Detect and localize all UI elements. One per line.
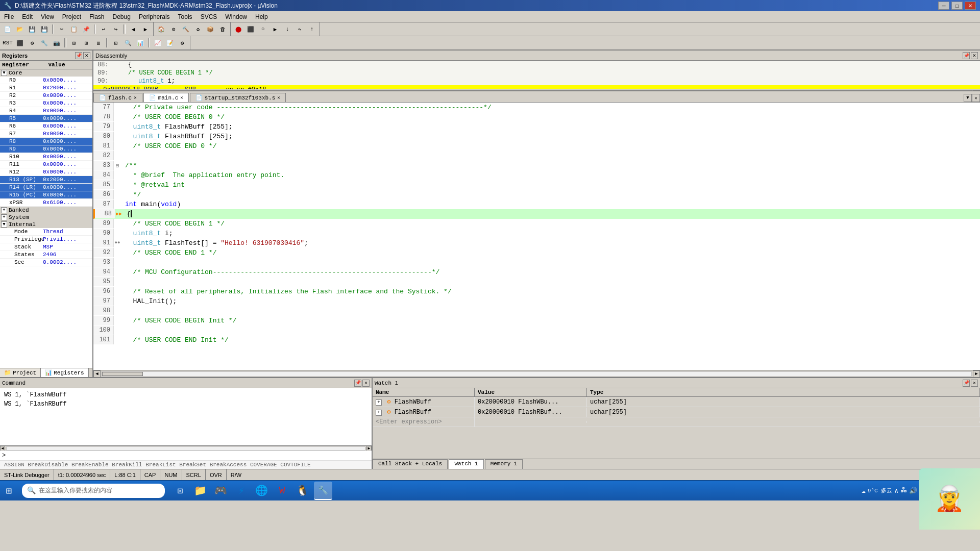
taskbar-app-uvision[interactable]: 🔧 <box>314 482 332 500</box>
tb2-mem[interactable]: 📊 <box>135 38 146 48</box>
code-tab-startup[interactable]: 📄 startup_stm32f103xb.s ✕ <box>190 93 286 102</box>
reg-row-pc[interactable]: R15 (PC) 0x0800.... <box>0 191 92 199</box>
close-button[interactable]: ✕ <box>965 2 976 10</box>
core-expand-icon[interactable]: ▼ <box>1 70 7 76</box>
save-button[interactable]: 💾 <box>27 24 38 34</box>
code-tab-mainc[interactable]: 📄 main.c ✕ <box>143 93 189 102</box>
watch-row-flashrbuff[interactable]: + ⚙ FlashRBuff 0x20000010 FlashRBuf... u… <box>373 407 980 417</box>
tb2-watch[interactable]: 🔍 <box>122 38 134 48</box>
translate-button[interactable]: ⚙ <box>168 24 179 34</box>
watch-tab-memory1[interactable]: Memory 1 <box>485 459 523 469</box>
reset-button[interactable]: ○ <box>257 24 268 34</box>
clean-button[interactable]: 🗑 <box>217 24 228 34</box>
tb2-btn4[interactable]: 📷 <box>51 38 62 48</box>
code-tab-flashc-close[interactable]: ✕ <box>134 95 136 101</box>
reg-row-r5[interactable]: R5 0x0000.... <box>0 115 92 122</box>
code-tab-mainc-close[interactable]: ✕ <box>180 95 183 101</box>
new-file-button[interactable]: 📄 <box>2 24 13 34</box>
project-tab[interactable]: 📁 Project <box>0 368 41 377</box>
taskbar-app-wps[interactable]: W <box>273 482 291 500</box>
disassembly-close-button[interactable]: ✕ <box>971 52 978 59</box>
registers-tab[interactable]: 📊 Registers <box>41 368 88 377</box>
reg-row-sp[interactable]: R13 (SP) 0x2000.... <box>0 176 92 184</box>
watch-row-flashwbuff[interactable]: + ⚙ FlashWBuff 0x20000010 FlashWBu... uc… <box>373 397 980 407</box>
menu-svcs[interactable]: SVCS <box>197 12 222 21</box>
cmd-scroll-right[interactable]: ▶ <box>366 446 372 451</box>
registers-pin-button[interactable]: 📌 <box>75 52 82 59</box>
bp-marker-88[interactable]: ▶▶ <box>115 211 122 217</box>
step-over-button[interactable]: ↷ <box>294 24 305 34</box>
build-target-button[interactable]: 🏠 <box>156 24 167 34</box>
maximize-button[interactable]: □ <box>951 2 963 10</box>
watch-pin-button[interactable]: 📌 <box>963 380 970 387</box>
reg-row-lr[interactable]: R14 (LR) 0x0800.... <box>0 184 92 191</box>
minimize-button[interactable]: ─ <box>938 2 949 10</box>
tb2-btn5[interactable]: ⊞ <box>68 38 80 48</box>
step-button[interactable]: ↓ <box>282 24 293 34</box>
cmd-scroll-left[interactable]: ◀ <box>0 446 5 451</box>
watch-expr-row[interactable]: <Enter expression> <box>373 417 980 427</box>
stop-debug-button[interactable]: ⬛ <box>245 24 256 34</box>
tb2-perf[interactable]: 📈 <box>152 38 163 48</box>
watch-expand-flashrbuff[interactable]: + <box>376 410 382 416</box>
banked-group-header[interactable]: + Banked <box>0 207 92 214</box>
tb2-btn7[interactable]: ⊞ <box>93 38 104 48</box>
save-all-button[interactable]: 💾 <box>39 24 50 34</box>
system-expand-icon[interactable]: + <box>1 214 7 220</box>
watch-close-button[interactable]: ✕ <box>971 380 978 387</box>
tb2-btn2[interactable]: ⚙ <box>27 38 38 48</box>
paste-button[interactable]: 📌 <box>81 24 92 34</box>
tb2-settings[interactable]: ⚙ <box>177 38 188 48</box>
menu-tools[interactable]: Tools <box>174 12 197 21</box>
menu-debug[interactable]: Debug <box>109 12 135 21</box>
taskbar-app-qq[interactable]: 🐧 <box>293 482 312 500</box>
step-out-button[interactable]: ↑ <box>306 24 317 34</box>
tray-expand-icon[interactable]: ∧ <box>894 487 898 495</box>
reg-row-r9[interactable]: R9 0x0000.... <box>0 145 92 153</box>
menu-project[interactable]: Project <box>58 12 85 21</box>
reset2-button[interactable]: RST <box>2 38 13 48</box>
command-input[interactable] <box>8 452 370 459</box>
registers-close-button[interactable]: ✕ <box>83 52 90 59</box>
taskbar-search[interactable]: 🔍 在这里输入你要搜索的内容 <box>22 484 165 498</box>
build-button[interactable]: 🔨 <box>180 24 191 34</box>
tb2-btn1[interactable]: ⬛ <box>14 38 26 48</box>
redo-button[interactable]: ↪ <box>110 24 121 34</box>
run-button[interactable]: ▶ <box>270 24 281 34</box>
tab-list-button[interactable]: ▼ <box>964 94 972 102</box>
watch-tab-watch1[interactable]: Watch 1 <box>449 459 483 469</box>
menu-edit[interactable]: Edit <box>18 12 37 21</box>
core-group-header[interactable]: ▼ Core <box>0 69 92 77</box>
start-debug-button[interactable]: ⬤ <box>233 24 244 34</box>
undo-button[interactable]: ↩ <box>98 24 109 34</box>
code-editor[interactable]: 77 /* Private user code ----------------… <box>93 103 980 370</box>
menu-file[interactable]: File <box>0 12 18 21</box>
menu-peripherals[interactable]: Peripherals <box>135 12 174 21</box>
cut-button[interactable]: ✂ <box>56 24 67 34</box>
command-close-button[interactable]: ✕ <box>362 380 370 387</box>
menu-window[interactable]: Window <box>221 12 251 21</box>
nav-back-button[interactable]: ◀ <box>128 24 139 34</box>
tb2-log[interactable]: 📝 <box>164 38 176 48</box>
tb2-btn3[interactable]: 🔧 <box>39 38 50 48</box>
menu-help[interactable]: Help <box>251 12 272 21</box>
tb2-btn6[interactable]: ⊞ <box>81 38 92 48</box>
watch-expand-flashwbuff[interactable]: + <box>376 399 382 406</box>
taskbar-app-vscode[interactable]: ⚡ <box>232 482 251 500</box>
open-button[interactable]: 📂 <box>14 24 26 34</box>
banked-expand-icon[interactable]: + <box>1 207 7 213</box>
internal-expand-icon[interactable]: ▼ <box>1 221 7 228</box>
fold-83-icon[interactable]: ⊟ <box>116 162 119 169</box>
batch-build-button[interactable]: 📦 <box>205 24 216 34</box>
taskbar-app-edge[interactable]: 🌐 <box>253 482 271 500</box>
code-scroll-right-btn[interactable]: ▶ <box>973 370 980 378</box>
close-all-tabs-button[interactable]: ✕ <box>972 94 980 102</box>
taskbar-app-explorer[interactable]: 📁 <box>191 482 210 500</box>
watch-tab-callstack[interactable]: Call Stack + Locals <box>373 459 448 469</box>
taskview-button[interactable]: ⊡ <box>171 482 189 500</box>
nav-fwd-button[interactable]: ▶ <box>140 24 151 34</box>
code-scroll-thumb[interactable] <box>102 372 143 376</box>
disassembly-pin-button[interactable]: 📌 <box>963 52 970 59</box>
copy-button[interactable]: 📋 <box>68 24 80 34</box>
command-pin-button[interactable]: 📌 <box>354 380 361 387</box>
